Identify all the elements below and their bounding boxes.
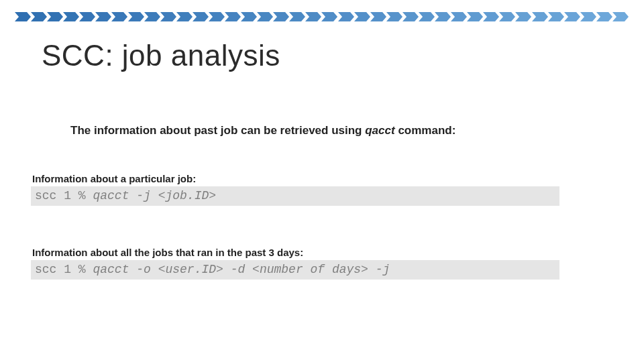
svg-marker-28 xyxy=(467,12,483,21)
chevron-icon xyxy=(160,12,176,21)
chevron-icon xyxy=(338,12,354,21)
svg-marker-29 xyxy=(483,12,499,21)
svg-marker-24 xyxy=(402,12,419,21)
code-mid: -d xyxy=(223,263,252,276)
svg-marker-23 xyxy=(386,12,402,21)
chevron-icon xyxy=(386,12,402,21)
chevron-icon xyxy=(435,12,451,21)
example-2-code: scc 1 % qacct -o <user.ID> -d <number of… xyxy=(31,260,559,280)
svg-marker-8 xyxy=(144,12,160,21)
svg-marker-17 xyxy=(289,12,305,21)
code-cmd: qacct -o xyxy=(93,263,158,276)
intro-text: The information about past job can be re… xyxy=(70,124,455,137)
code-tail: -j xyxy=(368,263,390,276)
example-2-caption: Information about all the jobs that ran … xyxy=(32,247,613,258)
svg-marker-14 xyxy=(241,12,257,21)
svg-marker-7 xyxy=(128,12,144,21)
svg-marker-21 xyxy=(354,12,370,21)
svg-marker-11 xyxy=(193,12,209,21)
chevron-icon xyxy=(354,12,370,21)
page-title: SCC: job analysis xyxy=(42,39,280,72)
chevron-icon xyxy=(79,12,95,21)
chevron-icon xyxy=(612,12,629,21)
chevron-icon xyxy=(47,12,63,21)
chevron-icon xyxy=(451,12,467,21)
svg-marker-26 xyxy=(435,12,451,21)
svg-marker-13 xyxy=(225,12,241,21)
svg-marker-16 xyxy=(273,12,289,21)
chevron-icon xyxy=(402,12,419,21)
svg-marker-5 xyxy=(95,12,111,21)
svg-marker-2 xyxy=(47,12,63,21)
code-arg2: <number of days> xyxy=(252,263,368,276)
decorative-chevron-bar xyxy=(15,12,629,21)
chevron-icon xyxy=(580,12,596,21)
svg-marker-6 xyxy=(111,12,127,21)
svg-marker-4 xyxy=(79,12,95,21)
chevron-icon xyxy=(144,12,160,21)
chevron-icon xyxy=(63,12,79,21)
chevron-icon xyxy=(257,12,273,21)
chevron-icon xyxy=(370,12,386,21)
example-block-2: Information about all the jobs that ran … xyxy=(31,247,613,280)
svg-marker-34 xyxy=(564,12,580,21)
example-1-code: scc 1 % qacct -j <job.ID> xyxy=(31,186,559,206)
chevron-icon xyxy=(111,12,127,21)
svg-marker-33 xyxy=(548,12,564,21)
intro-cmd: qacct xyxy=(365,124,394,137)
code-arg: <job.ID> xyxy=(158,189,216,202)
chevron-icon xyxy=(532,12,548,21)
svg-marker-15 xyxy=(257,12,273,21)
example-block-1: Information about a particular job: scc … xyxy=(31,173,613,206)
chevron-icon xyxy=(564,12,580,21)
svg-marker-27 xyxy=(451,12,467,21)
svg-marker-1 xyxy=(31,12,47,21)
svg-marker-32 xyxy=(532,12,548,21)
chevron-icon xyxy=(321,12,337,21)
svg-marker-30 xyxy=(499,12,515,21)
svg-marker-22 xyxy=(370,12,386,21)
svg-marker-18 xyxy=(305,12,321,21)
chevron-icon xyxy=(128,12,144,21)
chevron-icon xyxy=(95,12,111,21)
code-arg1: <user.ID> xyxy=(158,263,223,276)
chevron-icon xyxy=(483,12,499,21)
chevron-icon xyxy=(176,12,193,21)
code-prompt: scc 1 % xyxy=(35,263,93,276)
chevron-icon xyxy=(241,12,257,21)
chevron-icon xyxy=(193,12,209,21)
svg-marker-37 xyxy=(612,12,629,21)
chevron-icon xyxy=(15,12,31,21)
chevron-icon xyxy=(273,12,289,21)
chevron-icon xyxy=(499,12,515,21)
chevron-icon xyxy=(31,12,47,21)
chevron-icon xyxy=(515,12,531,21)
chevron-icon xyxy=(225,12,241,21)
code-cmd: qacct -j xyxy=(93,189,158,202)
chevron-icon xyxy=(467,12,483,21)
svg-marker-10 xyxy=(176,12,193,21)
svg-marker-19 xyxy=(321,12,337,21)
example-2-line: scc 1 % qacct -o <user.ID> -d <number of… xyxy=(35,263,555,276)
chevron-icon xyxy=(548,12,564,21)
chevron-icon xyxy=(419,12,435,21)
code-prompt: scc 1 % xyxy=(35,189,93,202)
svg-marker-36 xyxy=(596,12,612,21)
chevron-icon xyxy=(289,12,305,21)
intro-post: command: xyxy=(395,124,456,137)
chevron-icon xyxy=(209,12,225,21)
svg-marker-35 xyxy=(580,12,596,21)
svg-marker-20 xyxy=(338,12,354,21)
chevron-icon xyxy=(305,12,321,21)
svg-marker-0 xyxy=(15,12,31,21)
svg-marker-9 xyxy=(160,12,176,21)
svg-marker-3 xyxy=(63,12,79,21)
svg-marker-12 xyxy=(209,12,225,21)
svg-marker-31 xyxy=(515,12,531,21)
example-1-line: scc 1 % qacct -j <job.ID> xyxy=(35,189,555,202)
chevron-icon xyxy=(596,12,612,21)
example-1-caption: Information about a particular job: xyxy=(32,173,613,184)
intro-pre: The information about past job can be re… xyxy=(70,124,365,137)
svg-marker-25 xyxy=(419,12,435,21)
